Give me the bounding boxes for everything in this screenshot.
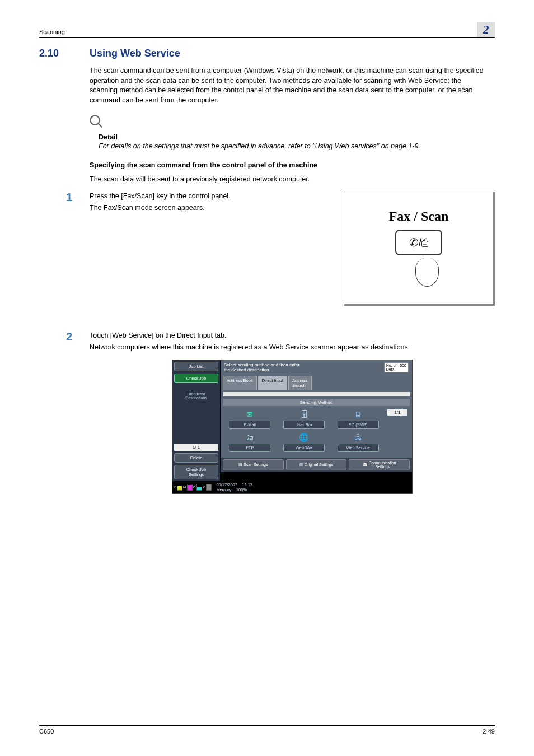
page-indicator: 1/1 [387, 409, 407, 416]
phone-scan-icon: ✆/⎙ [409, 236, 429, 249]
method-webservice[interactable]: Web Service [338, 444, 379, 452]
magnifier-icon [88, 114, 489, 132]
pcsmb-icon: 🖥 [353, 409, 364, 419]
step1-line1: Press the [Fax/Scan] key in the control … [90, 192, 335, 202]
sending-method-label: Sending Method [223, 399, 410, 406]
detail-label: Detail [99, 133, 489, 141]
panel-sidebar: Job List Check Job Broadcast Destination… [172, 360, 221, 481]
svg-line-1 [99, 124, 102, 128]
tab-address-book[interactable]: Address Book [223, 376, 257, 390]
dest-count-box: No. of Dest. 000 [384, 362, 409, 372]
tab-direct-input[interactable]: Direct Input [258, 376, 287, 390]
communication-settings-button[interactable]: ☎ Communication Settings [349, 459, 410, 470]
scan-settings-button[interactable]: ▤ Scan Settings [223, 459, 284, 470]
step2-line1: Touch [Web Service] on the Direct Input … [90, 331, 495, 341]
page-header: Scanning 2 [39, 22, 495, 38]
subheading: Specifying the scan command from the con… [90, 161, 489, 169]
webdav-icon: 🌐 [298, 432, 310, 442]
method-pcsmb[interactable]: PC (SMB) [338, 421, 379, 429]
method-ftp[interactable]: FTP [229, 444, 270, 452]
toner-levels: Y M C K [172, 481, 213, 493]
faxscan-label: Fax / Scan [389, 209, 449, 224]
tab-address-search[interactable]: Address Search [288, 376, 312, 390]
status-datetime: 06/17/2007 18:13 Memory 100% [213, 481, 256, 493]
delete-button[interactable]: Delete [174, 453, 218, 463]
tab-bar: Address Book Direct Input Address Search [221, 375, 412, 390]
page-icon: ▥ [299, 463, 303, 467]
email-icon: ✉ [244, 409, 255, 419]
dest-counter: 1/ 1 [174, 444, 218, 451]
broadcast-label: Broadcast Destinations [174, 392, 218, 400]
step2-line2: Network computers where this machine is … [90, 343, 495, 353]
panel-top-bar: Select sending method and then enter the… [221, 360, 412, 375]
section-heading-row: 2.10 Using Web Service [39, 48, 495, 59]
method-userbox[interactable]: User Box [283, 421, 325, 429]
check-job-settings-button[interactable]: Check Job Settings [174, 465, 218, 479]
chapter-badge: 2 [477, 22, 495, 37]
prompt-text: Select sending method and then enter the… [224, 362, 299, 372]
finger-press-icon [415, 258, 439, 287]
original-settings-button[interactable]: ▥ Original Settings [286, 459, 347, 470]
section-title: Using Web Service [90, 48, 180, 59]
userbox-icon: 🗄 [298, 409, 310, 419]
faxscan-button[interactable]: ✆/⎙ [395, 230, 442, 255]
comm-icon: ☎ [363, 463, 368, 467]
detail-note: Detail For details on the settings that … [90, 114, 489, 151]
job-list-tab[interactable]: Job List [174, 362, 218, 371]
footer-left: C650 [39, 728, 54, 735]
check-job-button[interactable]: Check Job [174, 374, 218, 383]
step-number-1: 1 [66, 192, 90, 317]
mfp-panel-screenshot: Job List Check Job Broadcast Destination… [172, 360, 413, 494]
detail-text: For details on the settings that must be… [99, 141, 489, 151]
intro-paragraph: The scan command can be sent from a comp… [90, 66, 489, 105]
faxscan-key-graphic: Fax / Scan ✆/⎙ [344, 192, 495, 306]
header-section-name: Scanning [39, 29, 65, 37]
page-footer: C650 2-49 [39, 725, 495, 735]
sub-intro: The scan data will be sent to a previous… [90, 175, 489, 185]
step-number-2: 2 [66, 331, 90, 494]
method-email[interactable]: E-Mail [229, 421, 270, 429]
svg-point-0 [91, 116, 100, 125]
footer-right: 2-49 [483, 728, 495, 735]
step1-line2: The Fax/Scan mode screen appears. [90, 203, 335, 213]
blank-bar [223, 392, 410, 396]
method-webdav[interactable]: WebDAV [283, 444, 325, 452]
ftp-icon: 🗂 [244, 432, 255, 442]
section-number: 2.10 [39, 48, 90, 59]
doc-icon: ▤ [238, 463, 242, 467]
webservice-icon: 🖧 [353, 432, 364, 442]
